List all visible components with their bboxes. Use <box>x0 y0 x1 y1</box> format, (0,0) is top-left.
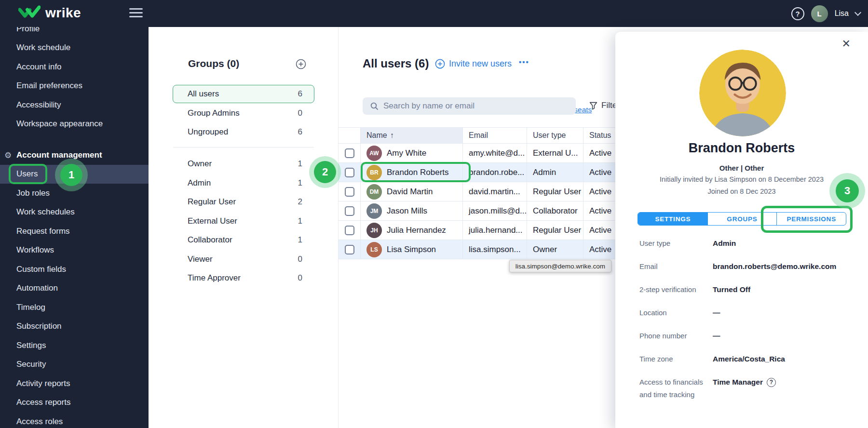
close-icon[interactable]: ✕ <box>842 39 851 49</box>
search-input[interactable] <box>383 101 557 111</box>
table-row[interactable]: BR Brandon Roberts brandon.robe... Admin… <box>339 163 642 182</box>
user-email-cell: amy.white@d... <box>463 144 527 162</box>
table-row[interactable]: LS Lisa Simpson lisa.simpson... Owner Ac… <box>339 240 642 259</box>
field-value: brandon.roberts@demo.wrike.com <box>713 260 836 273</box>
sidebar-item[interactable]: Automation <box>0 279 149 298</box>
sidebar-item[interactable]: Activity reports <box>0 374 149 393</box>
wrike-logo[interactable]: wrike <box>18 5 81 21</box>
sidebar-item[interactable]: Email preferences <box>0 77 149 96</box>
group-count: 1 <box>298 235 302 245</box>
invite-new-users-button[interactable]: Invite new users <box>435 59 512 69</box>
group-row[interactable]: Viewer 0 <box>173 250 314 268</box>
user-email-cell: brandon.robe... <box>463 163 527 182</box>
group-row[interactable]: Ungrouped 6 <box>173 123 314 141</box>
sidebar-item[interactable]: Access roles <box>0 412 149 428</box>
sidebar-item[interactable]: Work schedule <box>0 39 149 58</box>
chevron-down-icon[interactable] <box>854 9 861 16</box>
groups-panel: Groups (0) All users 6 Group Admins 0 Un… <box>149 27 339 428</box>
wrike-logo-icon <box>18 5 41 21</box>
sidebar-item[interactable]: Settings <box>0 336 149 355</box>
search-icon <box>370 102 379 110</box>
more-actions-button[interactable]: ••• <box>519 58 529 66</box>
sidebar-item[interactable]: Job roles <box>0 184 149 203</box>
group-count: 6 <box>298 127 302 137</box>
profile-photo <box>699 50 786 136</box>
user-email-cell: jason.mills@d... <box>463 201 527 220</box>
sidebar-item[interactable]: Workspace appearance <box>0 115 149 134</box>
email-tooltip: lisa.simpson@demo.wrike.com <box>509 260 611 272</box>
group-list: All users 6 Group Admins 0 Ungrouped 6 O… <box>173 85 314 288</box>
sidebar-item[interactable]: Timelog <box>0 298 149 317</box>
user-email-cell: lisa.simpson... <box>463 240 527 259</box>
row-checkbox[interactable] <box>345 168 354 177</box>
row-checkbox[interactable] <box>345 187 354 197</box>
user-name-cell: Julia Hernandez <box>387 226 446 235</box>
group-row[interactable]: Owner 1 <box>173 155 314 173</box>
user-type-cell: External U... <box>527 144 583 162</box>
sidebar-item[interactable]: Account info <box>0 57 149 77</box>
group-count: 2 <box>298 197 302 207</box>
sidebar-item[interactable]: Workflows <box>0 241 149 260</box>
field-label: Time zone <box>639 353 713 365</box>
column-header-email[interactable]: Email <box>463 128 527 143</box>
add-group-icon[interactable] <box>296 59 306 71</box>
group-label: Collaborator <box>188 235 232 245</box>
user-name-cell: Lisa Simpson <box>387 245 436 254</box>
table-body: AW Amy White amy.white@d... External U..… <box>339 144 642 259</box>
group-row[interactable]: Regular User 2 <box>173 193 314 211</box>
detail-user-name: Brandon Roberts <box>615 141 868 156</box>
group-count: 1 <box>298 159 302 169</box>
row-checkbox[interactable] <box>345 245 354 254</box>
sidebar-item[interactable]: Work schedules <box>0 203 149 222</box>
group-label: Viewer <box>188 254 213 264</box>
tab[interactable]: PERMISSIONS <box>776 213 846 225</box>
detail-fields: User type Admin Email brandon.roberts@de… <box>639 237 851 401</box>
row-checkbox[interactable] <box>345 226 354 235</box>
menu-toggle-icon[interactable] <box>129 8 143 20</box>
user-avatar[interactable]: L <box>811 5 828 22</box>
user-type-cell: Owner <box>527 240 583 259</box>
tab[interactable]: GROUPS <box>707 213 777 225</box>
group-row[interactable]: Collaborator 1 <box>173 231 314 249</box>
sidebar-item[interactable]: Accessibility <box>0 95 149 115</box>
column-header-name[interactable]: Name ↑ <box>361 128 463 143</box>
sidebar-top-items: ProfileWork scheduleAccount infoEmail pr… <box>0 19 149 134</box>
detail-field: Time zone America/Costa_Rica <box>639 353 851 376</box>
sidebar-item[interactable]: Custom fields <box>0 260 149 279</box>
group-count: 0 <box>298 273 302 283</box>
table-row[interactable]: JH Julia Hernandez julia.hernand... Regu… <box>339 221 642 240</box>
column-header-user-type[interactable]: User type <box>527 128 583 143</box>
group-row[interactable]: Admin 1 <box>173 174 314 192</box>
groups-count: (0) <box>227 58 240 69</box>
detail-field: User type Admin <box>639 237 851 260</box>
field-label: Email <box>639 260 713 273</box>
user-name[interactable]: Lisa <box>835 9 849 18</box>
group-row[interactable]: Group Admins 0 <box>173 104 314 122</box>
group-row[interactable]: Time Approver 0 <box>173 269 314 287</box>
sidebar-item[interactable]: Users <box>0 165 149 184</box>
field-value: — <box>713 330 720 342</box>
tab[interactable]: SETTINGS <box>638 213 707 225</box>
detail-tabs: SETTINGSGROUPSPERMISSIONS <box>637 212 846 226</box>
avatar: LS <box>366 242 382 257</box>
help-icon[interactable]: ? <box>791 7 804 20</box>
row-checkbox[interactable] <box>345 206 354 216</box>
row-checkbox[interactable] <box>345 148 354 158</box>
table-row[interactable]: AW Amy White amy.white@d... External U..… <box>339 144 642 163</box>
table-row[interactable]: JM Jason Mills jason.mills@d... Collabor… <box>339 201 642 221</box>
groups-title: Groups (0) <box>188 58 239 69</box>
topbar-right: ? L Lisa <box>791 0 860 27</box>
sidebar-item[interactable]: Request forms <box>0 222 149 241</box>
sidebar-item[interactable]: Subscription <box>0 317 149 336</box>
sidebar-item[interactable]: Security <box>0 355 149 374</box>
group-row[interactable]: External User 1 <box>173 212 314 230</box>
group-count: 0 <box>298 254 302 264</box>
user-type-cell: Admin <box>527 163 583 182</box>
help-question-icon[interactable]: ? <box>767 378 776 387</box>
table-row[interactable]: DM David Martin david.martin... Regular … <box>339 182 642 201</box>
wrike-logo-text: wrike <box>45 5 81 21</box>
avatar: JM <box>366 203 382 219</box>
sidebar-item[interactable]: Access reports <box>0 393 149 413</box>
group-row[interactable]: All users 6 <box>173 85 314 103</box>
avatar: BR <box>366 165 382 180</box>
